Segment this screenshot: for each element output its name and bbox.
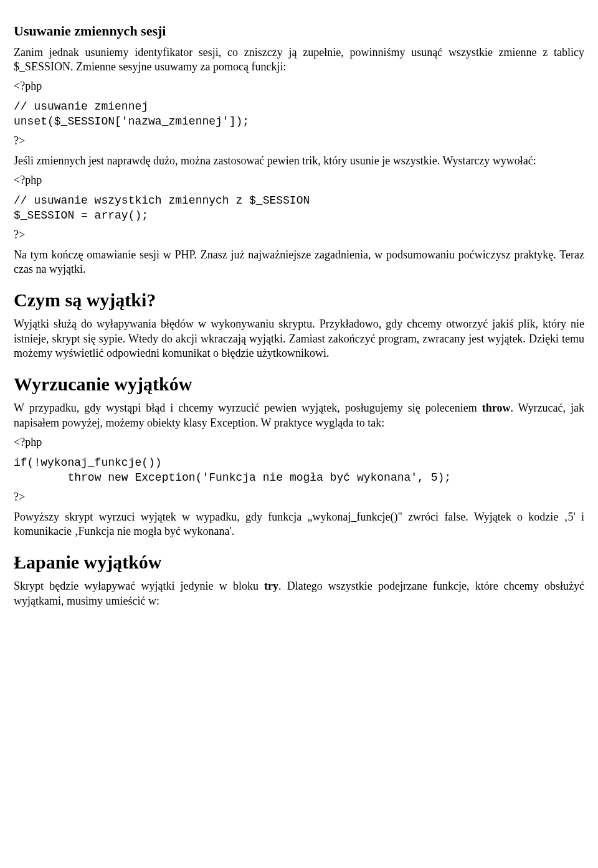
php-close-tag: ?>	[14, 134, 584, 148]
code-block-unset: // usuwanie zmiennej unset($_SESSION['na…	[14, 99, 584, 130]
keyword-throw: throw	[482, 402, 511, 414]
paragraph: W przypadku, gdy wystąpi błąd i chcemy w…	[14, 401, 584, 430]
paragraph: Powyższy skrypt wyrzuci wyjątek w wypadk…	[14, 510, 584, 539]
paragraph: Wyjątki służą do wyłapywania błędów w wy…	[14, 317, 584, 361]
text: Skrypt będzie wyłapywać wyjątki jedynie …	[14, 580, 264, 592]
code-block-throw: if(!wykonaj_funkcje()) throw new Excepti…	[14, 455, 584, 486]
php-close-tag: ?>	[14, 490, 584, 504]
heading-throwing-exceptions: Wyrzucanie wyjątków	[14, 372, 584, 396]
php-close-tag: ?>	[14, 228, 584, 242]
paragraph: Zanim jednak usuniemy identyfikator sesj…	[14, 45, 584, 75]
paragraph: Na tym kończę omawianie sesji w PHP. Zna…	[14, 248, 584, 277]
heading-remove-session-vars: Usuwanie zmiennych sesji	[14, 22, 584, 40]
heading-what-are-exceptions: Czym są wyjątki?	[14, 288, 584, 312]
php-open-tag: <?php	[14, 173, 584, 187]
heading-catching-exceptions: Łapanie wyjątków	[14, 550, 584, 574]
php-open-tag: <?php	[14, 435, 584, 450]
text: W przypadku, gdy wystąpi błąd i chcemy w…	[14, 402, 482, 414]
code-block-array: // usuwanie wszystkich zmiennych z $_SES…	[14, 193, 584, 224]
php-open-tag: <?php	[14, 79, 584, 93]
keyword-try: try	[264, 580, 278, 592]
paragraph: Jeśli zmiennych jest naprawdę dużo, możn…	[14, 154, 584, 168]
paragraph: Skrypt będzie wyłapywać wyjątki jedynie …	[14, 579, 584, 608]
